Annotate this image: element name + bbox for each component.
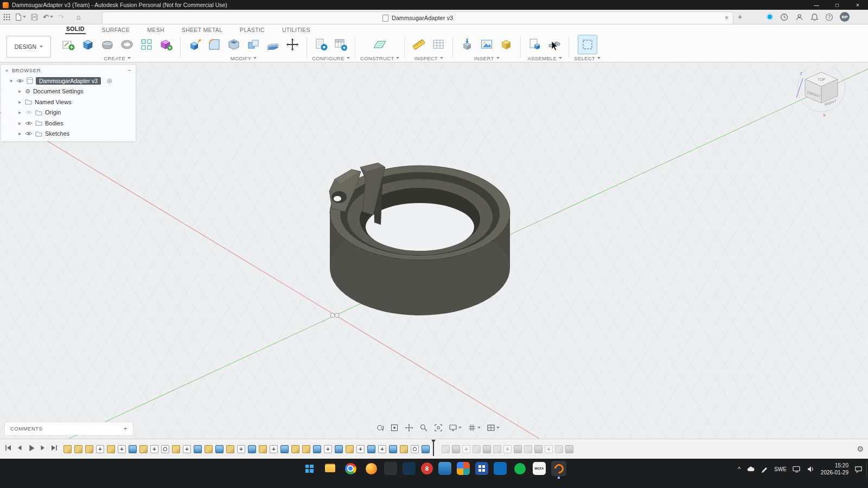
timeline-feature-extrude[interactable] [313, 445, 321, 453]
timeline-rolled-feature-move[interactable] [503, 445, 512, 453]
timeline-feature-hole[interactable] [411, 445, 419, 453]
assemble-dropdown[interactable]: ASSEMBLE [528, 54, 563, 62]
timeline-feature-extrude[interactable] [389, 445, 397, 453]
timeline-feature-move[interactable] [270, 445, 278, 453]
shell-button[interactable] [225, 35, 243, 54]
onedrive-cloud-icon[interactable] [746, 466, 755, 473]
job-status-icon[interactable] [795, 13, 803, 21]
insert-canvas-button[interactable] [477, 35, 496, 54]
timeline-feature-extrude[interactable] [422, 445, 430, 453]
taskbar-icon-explorer[interactable] [322, 461, 337, 476]
insert-derive-button[interactable] [458, 35, 476, 54]
chevron-right-icon[interactable]: ▸ [17, 88, 22, 94]
redo-button[interactable]: ↷ [58, 13, 64, 21]
tab-mesh[interactable]: MESH [146, 27, 165, 34]
app-grid-button[interactable] [3, 14, 10, 21]
timeline-rolled-feature-move[interactable] [545, 445, 553, 453]
select-dropdown[interactable]: SELECT [574, 54, 601, 62]
timeline-feature-sketch[interactable] [63, 445, 72, 453]
timeline-feature-sketch[interactable] [302, 445, 310, 453]
hidden-icons-chevron[interactable]: ^ [738, 466, 741, 472]
create-derive-button[interactable] [157, 35, 175, 54]
origin-marker[interactable] [330, 313, 339, 318]
timeline-skip-start-button[interactable] [4, 444, 12, 454]
timeline-feature-sketch[interactable] [346, 445, 354, 453]
timeline-step-back-button[interactable] [16, 444, 23, 454]
taskbar-icon-firefox[interactable] [363, 461, 379, 476]
timeline-skip-end-button[interactable] [50, 444, 58, 454]
offset-face-button[interactable] [264, 35, 282, 54]
minimize-button[interactable]: — [806, 0, 827, 10]
create-form-button[interactable] [98, 35, 117, 54]
orbit-button[interactable] [374, 423, 385, 433]
create-dropdown[interactable]: CREATE [104, 54, 131, 62]
presence-icon[interactable] [767, 14, 773, 20]
keyboard-language[interactable]: SWE [774, 466, 787, 472]
create-coil-button[interactable] [118, 35, 136, 54]
taskbar-icon-spotify[interactable] [512, 461, 527, 476]
maximize-button[interactable]: □ [827, 0, 847, 10]
pan-button[interactable] [404, 423, 414, 433]
tab-sheet-metal[interactable]: SHEET METAL [181, 27, 224, 34]
speaker-icon[interactable] [807, 465, 815, 473]
timeline-rolled-feature-sketch[interactable] [524, 445, 532, 453]
move-copy-button[interactable] [283, 35, 302, 54]
timeline-feature-extrude[interactable] [335, 445, 343, 453]
timeline-rolled-feature-extrude[interactable] [565, 445, 573, 453]
timeline-feature-sketch[interactable] [85, 445, 93, 453]
taskbar-icon-app-red[interactable]: 8 [421, 462, 433, 474]
taskbar-icon-fusion[interactable] [551, 461, 566, 476]
taskbar-icon-app1[interactable] [384, 462, 397, 475]
timeline-feature-hole[interactable] [161, 445, 169, 453]
browser-item-named-views[interactable]: ▸ Named Views [1, 97, 136, 107]
configure-button[interactable] [312, 35, 330, 54]
new-component-button[interactable] [526, 35, 544, 54]
chevron-right-icon[interactable]: ▸ [17, 131, 22, 136]
press-pull-button[interactable] [186, 35, 204, 54]
construct-dropdown[interactable]: CONSTRUCT [360, 54, 399, 62]
timeline-feature-move[interactable] [183, 445, 191, 453]
chevron-right-icon[interactable]: ▸ [17, 99, 22, 105]
display-settings-button[interactable] [448, 423, 463, 433]
browser-item-root[interactable]: ▾ DammsugarAdapter v3 ◎ [1, 75, 136, 86]
timeline-feature-sketch[interactable] [107, 445, 115, 453]
browser-item-origin[interactable]: ▸ Origin [1, 107, 136, 118]
timeline-rolled-feature-sketch[interactable] [493, 445, 501, 453]
model-body[interactable] [329, 163, 510, 315]
timeline-feature-move[interactable] [324, 445, 332, 453]
timeline-feature-extrude[interactable] [248, 445, 256, 453]
timeline-rolled-feature-extrude[interactable] [514, 445, 522, 453]
configure-dropdown[interactable]: CONFIGURE [312, 54, 350, 62]
section-analysis-button[interactable] [429, 35, 448, 54]
create-pattern-button[interactable] [137, 35, 156, 54]
fit-button[interactable] [433, 423, 444, 433]
collapse-panel-icon[interactable]: « [5, 67, 9, 73]
timeline-playhead[interactable] [431, 440, 436, 458]
timeline-feature-extrude[interactable] [194, 445, 202, 453]
tab-surface[interactable]: SURFACE [101, 27, 131, 34]
zoom-button[interactable] [418, 423, 429, 433]
visibility-eye-icon[interactable] [25, 131, 33, 136]
pen-icon[interactable] [761, 465, 768, 473]
tab-close-button[interactable]: × [725, 14, 729, 22]
timeline-feature-move[interactable] [237, 445, 245, 453]
notification-bell-icon[interactable] [810, 13, 819, 21]
chevron-right-icon[interactable]: ▸ [17, 110, 22, 115]
workspace-selector[interactable]: DESIGN [7, 36, 51, 58]
timeline-feature-sketch[interactable] [172, 445, 180, 453]
insert-mcmaster-button[interactable] [497, 35, 515, 54]
timeline-rolled-feature-sketch[interactable] [473, 445, 481, 453]
timeline-rolled-feature-sketch[interactable] [442, 445, 450, 453]
chevron-right-icon[interactable]: ▸ [17, 121, 22, 126]
visibility-eye-icon[interactable] [25, 121, 33, 126]
add-comment-button[interactable]: + [123, 425, 127, 433]
browser-item-bodies[interactable]: ▸ Bodies [1, 118, 136, 129]
file-menu-button[interactable] [15, 13, 26, 21]
timeline-feature-extrude[interactable] [129, 445, 137, 453]
timeline-feature-sketch[interactable] [139, 445, 148, 453]
timeline-feature-move[interactable] [378, 445, 386, 453]
visibility-eye-icon[interactable] [16, 78, 24, 84]
timeline-feature-sketch[interactable] [259, 445, 267, 453]
tab-plastic[interactable]: PLASTIC [239, 27, 266, 34]
configuration-table-button[interactable] [331, 35, 350, 54]
